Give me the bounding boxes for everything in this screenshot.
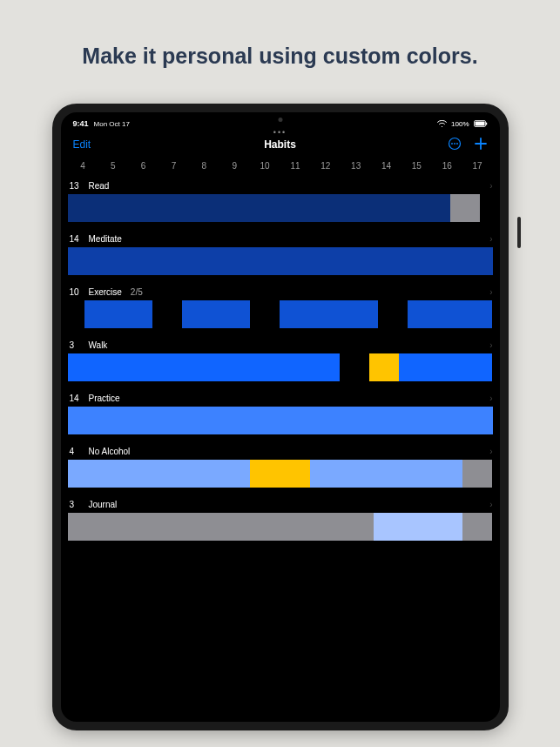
day-column: 4 xyxy=(68,161,98,171)
habit-bar xyxy=(68,300,493,328)
marketing-headline: Make it personal using custom colors. xyxy=(82,44,477,69)
habit-row[interactable]: 10Exercise2/5› xyxy=(61,286,500,328)
chevron-right-icon: › xyxy=(489,340,492,350)
chevron-right-icon: › xyxy=(489,287,492,297)
ipad-device-frame: 9:41 Mon Oct 17 100% ••• Edit Habits 456… xyxy=(52,104,509,730)
battery-percent: 100% xyxy=(451,120,469,128)
habit-segment xyxy=(68,300,85,328)
habit-segment xyxy=(462,513,492,541)
habit-row[interactable]: 14Practice› xyxy=(61,392,500,434)
day-column: 6 xyxy=(128,161,159,171)
day-column: 17 xyxy=(462,161,493,171)
chevron-right-icon: › xyxy=(489,394,492,403)
habit-name: Journal xyxy=(89,500,118,509)
habit-name: Walk xyxy=(89,340,108,350)
day-column: 11 xyxy=(280,161,311,171)
camera-notch xyxy=(278,118,282,122)
habit-bar xyxy=(68,247,493,275)
habit-count: 3 xyxy=(70,500,82,509)
chevron-right-icon: › xyxy=(489,234,492,244)
habit-segment xyxy=(182,300,250,328)
habit-count: 13 xyxy=(70,181,82,191)
habit-segment xyxy=(374,513,462,541)
habit-segment xyxy=(310,460,463,488)
status-date: Mon Oct 17 xyxy=(94,120,130,128)
habit-name: Practice xyxy=(89,394,120,403)
day-column: 15 xyxy=(401,161,432,171)
habit-count: 4 xyxy=(70,447,82,456)
habit-segment xyxy=(152,300,182,328)
habit-label: 10Exercise2/5› xyxy=(61,286,500,300)
day-column: 16 xyxy=(432,161,462,171)
habit-segment xyxy=(450,194,480,222)
habit-row[interactable]: 3Walk› xyxy=(61,339,500,381)
habit-row[interactable]: 4No Alcohol› xyxy=(61,445,500,488)
screen-title: Habits xyxy=(264,138,296,151)
day-column: 8 xyxy=(189,161,219,171)
more-icon[interactable] xyxy=(448,137,462,152)
habit-segment xyxy=(378,300,408,328)
habit-segment xyxy=(68,247,493,275)
habit-label: 14Practice› xyxy=(61,392,500,407)
day-column: 7 xyxy=(159,161,189,171)
habit-label: 13Read› xyxy=(61,179,500,194)
habit-bar xyxy=(68,353,493,381)
habit-segment xyxy=(462,460,492,488)
day-column: 9 xyxy=(219,161,250,171)
habit-count: 10 xyxy=(70,287,82,297)
multitask-dots[interactable]: ••• xyxy=(273,128,287,137)
wifi-icon xyxy=(437,120,447,127)
habit-label: 14Meditate› xyxy=(61,232,500,247)
habit-bar xyxy=(68,460,493,488)
habit-segment xyxy=(250,460,309,488)
habit-segment xyxy=(68,194,450,222)
habit-segment xyxy=(369,353,399,381)
habit-segment xyxy=(399,353,492,381)
habits-list: 13Read›14Meditate›10Exercise2/5›3Walk›14… xyxy=(61,179,500,551)
day-column: 13 xyxy=(341,161,371,171)
chevron-right-icon: › xyxy=(489,447,492,456)
device-side-button xyxy=(517,217,521,248)
habit-name: No Alcohol xyxy=(89,447,131,456)
habit-name: Meditate xyxy=(89,234,122,244)
habit-label: 3Walk› xyxy=(61,339,500,353)
habit-subcount: 2/5 xyxy=(131,287,143,297)
edit-button[interactable]: Edit xyxy=(73,138,91,151)
habit-segment xyxy=(68,353,340,381)
habit-row[interactable]: 14Meditate› xyxy=(61,232,500,275)
status-time: 9:41 xyxy=(73,119,89,128)
chevron-right-icon: › xyxy=(489,181,492,191)
habit-segment xyxy=(408,300,493,328)
habit-name: Exercise xyxy=(89,287,122,297)
habit-bar xyxy=(68,407,493,434)
chevron-right-icon: › xyxy=(489,500,492,509)
habit-row[interactable]: 13Read› xyxy=(61,179,500,222)
habit-segment xyxy=(480,194,493,222)
habit-count: 14 xyxy=(70,234,82,244)
habit-segment xyxy=(68,407,493,434)
svg-point-4 xyxy=(451,143,453,145)
habit-segment xyxy=(340,353,369,381)
habit-count: 3 xyxy=(70,340,82,350)
habit-row[interactable]: 3Journal› xyxy=(61,498,500,541)
svg-point-6 xyxy=(456,143,458,145)
habit-bar xyxy=(68,513,493,541)
day-column: 10 xyxy=(250,161,280,171)
day-column: 12 xyxy=(310,161,341,171)
svg-rect-1 xyxy=(475,122,484,126)
habit-segment xyxy=(68,460,251,488)
habit-segment xyxy=(84,300,152,328)
habit-count: 14 xyxy=(70,394,82,403)
add-icon[interactable] xyxy=(474,137,488,152)
day-header: 4567891011121314151617 xyxy=(61,158,500,179)
habit-segment xyxy=(250,300,280,328)
habit-name: Read xyxy=(89,181,110,191)
svg-rect-2 xyxy=(486,123,487,125)
habit-bar xyxy=(68,194,493,222)
svg-point-5 xyxy=(454,143,455,145)
habit-label: 3Journal› xyxy=(61,498,500,513)
day-column: 5 xyxy=(98,161,128,171)
day-column: 14 xyxy=(371,161,401,171)
habit-label: 4No Alcohol› xyxy=(61,445,500,460)
habit-segment xyxy=(68,513,374,541)
